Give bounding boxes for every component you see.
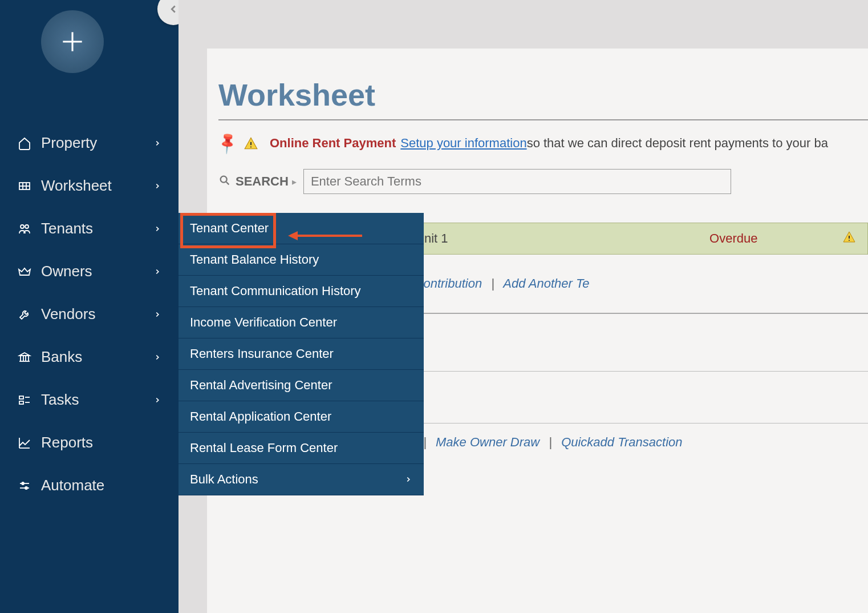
notice-rest-text: so that we can direct deposit rent payme… [527,136,828,151]
svg-point-25 [221,176,227,183]
tenants-submenu: Tenant Center Tenant Balance History Ten… [179,213,424,495]
sidebar-item-worksheet[interactable]: Worksheet [0,164,179,207]
sidebar-item-reports[interactable]: Reports [0,421,179,464]
chevron-right-icon [153,396,161,404]
separator: | [491,276,494,291]
warning-icon [244,136,258,151]
search-row: SEARCH ▸ [218,169,868,194]
search-arrow-icon: ▸ [292,176,297,187]
crown-icon [17,264,32,279]
svg-point-22 [25,487,27,489]
submenu-item-tenant-communication-history[interactable]: Tenant Communication History [179,276,424,307]
submenu-item-label: Renters Insurance Center [190,346,412,361]
chevron-right-icon [153,225,161,233]
sidebar-item-label: Vendors [41,305,149,323]
sidebar-item-label: Worksheet [41,177,149,195]
chevron-right-icon [404,475,412,483]
title-divider [218,119,868,120]
overdue-status-text: Overdue [631,231,837,246]
bank-icon [17,350,32,365]
sidebar: Property Worksheet Tenants Owners Vendor… [0,0,179,613]
submenu-item-tenant-balance-history[interactable]: Tenant Balance History [179,244,424,276]
svg-line-26 [226,182,229,185]
submenu-item-label: Rental Lease Form Center [190,441,412,455]
chevron-right-icon [153,182,161,190]
plus-icon [58,27,87,56]
submenu-item-label: Bulk Actions [190,472,399,487]
grid-icon [17,179,32,193]
submenu-item-rental-application-center[interactable]: Rental Application Center [179,401,424,433]
separator: | [423,435,427,449]
chevron-right-icon [153,139,161,147]
page-title: Worksheet [218,77,868,112]
add-button[interactable] [41,10,104,73]
chevron-right-icon [153,353,161,361]
svg-point-24 [250,146,252,147]
submenu-item-label: Tenant Balance History [190,252,412,267]
sidebar-item-property[interactable]: Property [0,122,179,164]
users-icon [17,221,32,236]
submenu-item-bulk-actions[interactable]: Bulk Actions [179,464,424,495]
submenu-item-rental-advertising-center[interactable]: Rental Advertising Center [179,370,424,401]
add-another-tenant-link[interactable]: Add Another Te [503,276,589,291]
pin-icon: 📌 [215,130,240,155]
submenu-item-tenant-center[interactable]: Tenant Center [179,213,424,244]
svg-rect-14 [19,401,23,404]
sidebar-item-label: Reports [41,434,161,451]
sidebar-item-tasks[interactable]: Tasks [0,378,179,421]
home-icon [17,136,32,151]
sidebar-item-label: Owners [41,263,149,280]
submenu-item-rental-lease-form-center[interactable]: Rental Lease Form Center [179,433,424,464]
chevron-left-icon [167,3,180,15]
sidebar-item-tenants[interactable]: Tenants [0,207,179,250]
submenu-item-label: Income Verification Center [190,315,412,330]
sidebar-item-label: Tasks [41,391,149,409]
warning-icon [842,230,856,247]
make-owner-draw-link[interactable]: Make Owner Draw [436,435,540,449]
setup-info-link[interactable]: Setup your information [400,136,526,151]
submenu-item-income-verification-center[interactable]: Income Verification Center [179,307,424,338]
submenu-item-renters-insurance-center[interactable]: Renters Insurance Center [179,338,424,370]
svg-point-28 [849,240,850,241]
notice-banner: 📌 Online Rent Payment Setup your informa… [218,134,868,152]
sidebar-item-automate[interactable]: Automate [0,464,179,507]
sidebar-item-label: Automate [41,477,161,494]
submenu-item-label: Rental Application Center [190,409,412,424]
svg-rect-13 [19,396,23,399]
sidebar-item-owners[interactable]: Owners [0,250,179,293]
sidebar-item-label: Tenants [41,220,149,237]
svg-point-7 [25,225,29,228]
sidebar-item-banks[interactable]: Banks [0,336,179,378]
quickadd-transaction-link[interactable]: Quickadd Transaction [561,435,682,449]
separator: | [549,435,552,449]
search-input[interactable] [303,169,731,194]
tasks-icon [17,393,32,408]
submenu-item-label: Tenant Center [190,221,412,236]
svg-point-6 [21,225,24,228]
sidebar-item-label: Property [41,134,149,152]
sidebar-item-vendors[interactable]: Vendors [0,293,179,336]
submenu-item-label: Rental Advertising Center [190,378,412,393]
chevron-right-icon [153,310,161,318]
svg-point-21 [22,482,24,485]
submenu-item-label: Tenant Communication History [190,284,412,299]
notice-bold-text: Online Rent Payment [270,136,396,151]
search-label: SEARCH [236,174,289,189]
sliders-icon [17,478,32,493]
sidebar-item-label: Banks [41,348,149,366]
search-icon [218,174,231,189]
wrench-icon [17,307,32,322]
chevron-right-icon [153,268,161,276]
chart-icon [17,435,32,450]
